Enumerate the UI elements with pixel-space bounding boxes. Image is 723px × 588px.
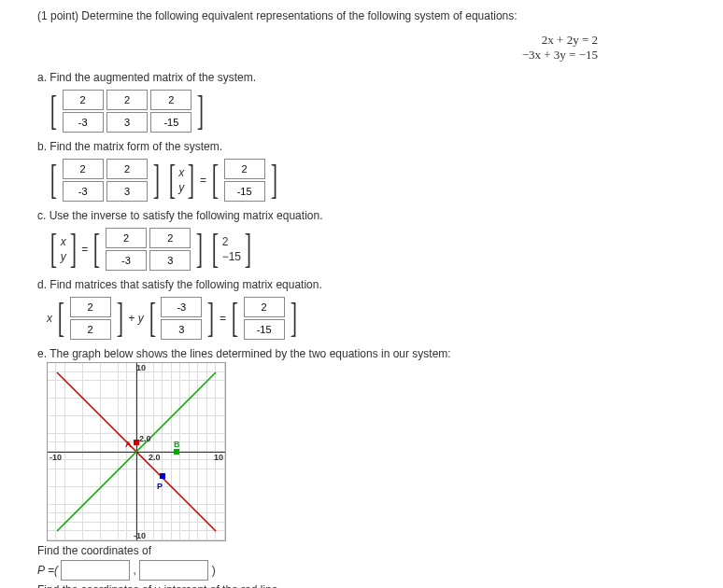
red-line-label: Find the coordinates of y-intercept of t… — [37, 583, 691, 588]
aug-m12[interactable] — [106, 90, 148, 110]
bracket-right: ] — [196, 231, 203, 268]
var-y: y — [61, 250, 66, 263]
aug-m11[interactable] — [63, 90, 104, 110]
axis-label-left: -10 — [50, 453, 62, 462]
equals-sign: = — [220, 312, 226, 325]
var-x: x — [61, 235, 66, 248]
close-paren: ) — [212, 564, 216, 577]
point-a-label: A — [125, 440, 132, 449]
d-r12[interactable] — [161, 319, 202, 340]
axis-label-top: 10 — [136, 363, 146, 372]
inverse-equation: [ x y ] = [ ] [ 2 −15 ] — [47, 226, 691, 273]
bracket-left: [ — [50, 92, 57, 130]
mf-m21[interactable] — [63, 181, 104, 202]
comma: , — [134, 564, 136, 577]
bracket-right: ] — [270, 161, 276, 199]
aug-m23[interactable] — [150, 112, 191, 133]
bracket-right: ] — [69, 231, 76, 268]
d-l1[interactable] — [70, 297, 111, 317]
bracket-right: ] — [245, 231, 251, 268]
part-e-label: e. The graph below shows the lines deter… — [37, 347, 691, 360]
part-c-label: c. Use the inverse to satisfy the follow… — [37, 209, 691, 222]
matrices-equation: x [ ] + y [ ] = [ ] — [47, 295, 691, 342]
d-r11[interactable] — [161, 297, 202, 317]
mf-r1[interactable] — [224, 159, 265, 179]
mf-m22[interactable] — [106, 181, 148, 202]
equals-sign: = — [81, 243, 88, 256]
bracket-left: [ — [50, 231, 57, 268]
p-y-input[interactable] — [139, 560, 208, 581]
bracket-right: ] — [153, 161, 160, 199]
inv-m21[interactable] — [106, 250, 147, 271]
bracket-left: [ — [58, 300, 64, 337]
bracket-left: [ — [212, 231, 219, 268]
mf-r2[interactable] — [224, 181, 265, 202]
find-coords-label: Find the coordinates of — [37, 544, 691, 557]
origin-label-b: 2.0 — [149, 453, 161, 462]
point-b-label: B — [174, 440, 180, 449]
bracket-left: [ — [50, 161, 57, 199]
matrix-form: [ ] [ x y ] = [ ] — [47, 157, 691, 203]
graph: 10 -10 10 -10 2.0 2.0 A B P — [47, 362, 226, 541]
inv-m12[interactable] — [149, 228, 191, 248]
mf-m11[interactable] — [63, 159, 104, 179]
bracket-left: [ — [212, 161, 219, 199]
equation-1: 2x + 2y = 2 — [522, 33, 598, 48]
inv-r1: 2 — [222, 235, 229, 248]
bracket-right: ] — [188, 161, 194, 199]
point-b-marker — [174, 449, 179, 455]
p-equals: P =( — [37, 564, 58, 577]
origin-label-a: 2.0 — [139, 434, 151, 443]
part-a-label: a. Find the augmented matrix of the syst… — [37, 71, 691, 84]
bracket-left: [ — [93, 231, 100, 268]
augmented-matrix: [ ] — [47, 88, 691, 134]
aug-m13[interactable] — [150, 90, 191, 110]
part-d-label: d. Find matrices that satisfy the follow… — [37, 278, 691, 291]
p-x-input[interactable] — [61, 560, 130, 581]
bracket-right: ] — [207, 300, 214, 337]
bracket-left: [ — [149, 300, 155, 337]
point-p-label: P — [157, 482, 163, 491]
aug-m21[interactable] — [63, 112, 104, 133]
bracket-right: ] — [116, 300, 122, 337]
point-p-marker — [160, 473, 165, 479]
equals-sign: = — [200, 174, 206, 187]
d-res2[interactable] — [244, 319, 285, 340]
axis-label-bottom: -10 — [134, 531, 146, 540]
equation-system: 2x + 2y = 2 −3x + 3y = −15 — [522, 33, 598, 63]
var-x: x — [47, 312, 52, 325]
inv-m22[interactable] — [149, 250, 191, 271]
mf-m12[interactable] — [106, 159, 148, 179]
plus-y: + y — [128, 312, 143, 325]
inv-r2: −15 — [222, 250, 241, 263]
part-b-label: b. Find the matrix form of the system. — [37, 140, 691, 153]
inv-m11[interactable] — [106, 228, 147, 248]
aug-m22[interactable] — [106, 112, 148, 133]
equation-2: −3x + 3y = −15 — [522, 48, 598, 63]
d-l2[interactable] — [70, 319, 111, 340]
var-y: y — [178, 181, 184, 194]
bracket-left: [ — [232, 300, 238, 337]
var-x: x — [178, 166, 184, 179]
problem-statement: (1 point) Determine the following equiva… — [37, 9, 691, 22]
axis-label-right: 10 — [214, 453, 223, 462]
bracket-right: ] — [290, 300, 296, 337]
bracket-right: ] — [197, 92, 204, 130]
d-res1[interactable] — [244, 297, 285, 317]
bracket-left: [ — [168, 161, 175, 199]
